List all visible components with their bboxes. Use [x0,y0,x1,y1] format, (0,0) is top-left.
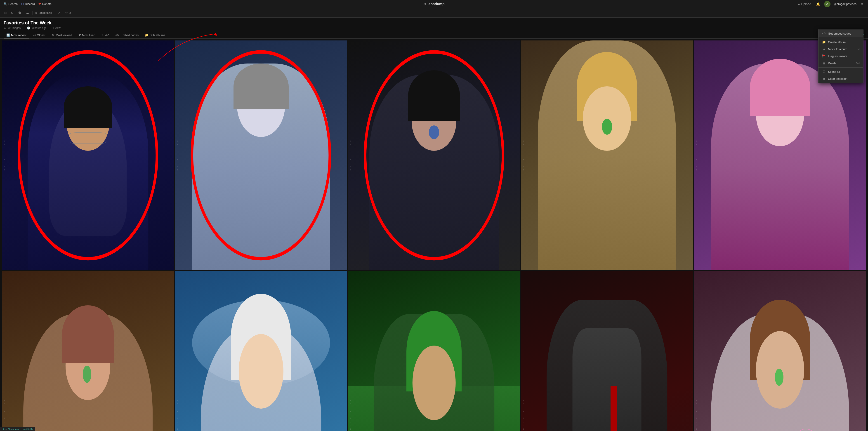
check-btn-3[interactable]: ☑ [447,42,451,46]
transfer-btn-4[interactable]: ⇄ [599,42,602,46]
tab-most-recent[interactable]: 🔄 Most recent [4,32,29,38]
gallery-item-4[interactable]: EVIL CLUB 🖼 ⇄ ✏ 🚩 ☑ [521,40,693,270]
image-btn-7[interactable]: 🖼 [250,272,254,277]
edit-btn-1[interactable]: ✏ [89,42,92,46]
like-btn-3[interactable]: ♡ [436,265,438,269]
transfer-btn-1[interactable]: ⇄ [83,42,87,46]
gallery-item-8[interactable]: EVIL CLUB 🗑 🖼 ⇄ ✏ 🚩 ☑ [348,271,520,431]
edit-btn-6[interactable]: ✏ [89,272,92,277]
edit-btn-2[interactable]: ✏ [262,42,266,46]
menu-item-move-album[interactable]: ➡ Move to album M [818,45,863,53]
username-label: @erogakipatches [834,2,857,6]
menu-item-clear-selection[interactable]: ✖ Clear selection [818,75,863,82]
check-btn-7[interactable]: ☑ [274,272,278,277]
logo[interactable]: ⊙ lensdump [423,2,445,6]
transfer-btn-8[interactable]: ⇄ [429,272,433,277]
check-btn-8[interactable]: ☑ [447,272,451,277]
gallery-item-9[interactable]: EVIL CLUB 🗑 🖼 ⇄ ✏ 🚩 ☑ [521,271,693,431]
flag-btn-6[interactable]: 🚩 [94,272,99,277]
avatar[interactable]: A [824,1,831,7]
like-btn-2[interactable]: ♡ [263,265,266,269]
watermark-9: EVIL CLUB [523,271,525,431]
flag-btn-1[interactable]: 🚩 [94,42,99,46]
flag-btn-7[interactable]: 🚩 [268,272,272,277]
delete-btn-9[interactable]: 🗑 [590,272,594,277]
check-btn-6[interactable]: ☑ [101,272,105,277]
flag-btn-8[interactable]: 🚩 [440,272,445,277]
heart-icon: ♡ [65,11,68,15]
notifications-button[interactable]: 🔔 [815,1,821,7]
delete-btn-7[interactable]: 🗑 [244,272,248,277]
heart-icon: ❤ [38,2,41,6]
delete-btn-1[interactable]: 🗑 [71,42,75,46]
flag-btn-9[interactable]: 🚩 [614,272,618,277]
gallery-item-10[interactable]: EVIL CLUB [694,271,866,431]
tab-embed[interactable]: </> Embed codes [113,32,141,38]
transfer-btn-6[interactable]: ⇄ [83,272,87,277]
tool-refresh-button[interactable]: ↻ [10,10,14,16]
gallery-item-2[interactable]: EVIL CLUB 🗑 🖼 ⇄ ✏ 🚩 ☑ ↗ ♡ [175,40,347,270]
tab-most-viewed[interactable]: 👁 Most viewed [49,32,75,38]
tab-most-liked[interactable]: ❤ Most liked [76,32,98,38]
edit-btn-3[interactable]: ✏ [435,42,438,46]
share-btn-1[interactable]: ↗ [84,265,86,269]
gallery-item-3[interactable]: EVIL CLUB 🗑 🖼 ⇄ ✏ 🚩 ☑ ↗ ♡ [348,40,520,270]
flag-btn-4[interactable]: 🚩 [611,42,615,46]
menu-item-embed[interactable]: </> Get embed codes [818,30,863,37]
transfer-btn-9[interactable]: ⇄ [602,272,606,277]
menu-item-create-album[interactable]: 📁 Create album [818,39,863,45]
tool-upload-button[interactable]: ☁ [25,10,30,16]
watermark-6: EVIL CLUB [4,271,6,431]
flag-btn-3[interactable]: 🚩 [440,42,445,46]
menu-item-delete[interactable]: 🗑 Delete Del [818,60,863,67]
image-btn-8[interactable]: 🖼 [423,272,427,277]
image-btn-9[interactable]: 🖼 [596,272,600,277]
like-btn-1[interactable]: ♡ [90,265,93,269]
transfer-btn-3[interactable]: ⇄ [429,42,433,46]
share-btn-2[interactable]: ↗ [256,265,259,269]
tool-copy-button[interactable]: ⎘ [4,10,7,16]
transfer-btn-2[interactable]: ⇄ [256,42,260,46]
check-btn-9[interactable]: ☑ [620,272,624,277]
search-icon: 🔍 [4,2,7,6]
randomizer-button[interactable]: ⚄ Upload Randomizer [33,11,54,15]
share-btn-3[interactable]: ↗ [429,265,432,269]
edit-btn-9[interactable]: ✏ [608,272,611,277]
delete-btn-8[interactable]: 🗑 [417,272,421,277]
delete-btn-2[interactable]: 🗑 [244,42,248,46]
image-btn-3[interactable]: 🖼 [423,42,427,46]
edit-btn-4[interactable]: ✏ [605,42,608,46]
tab-oldest[interactable]: ⏮ Oldest [30,32,48,38]
transfer-btn-7[interactable]: ⇄ [256,272,260,277]
delete-btn-3[interactable]: 🗑 [417,42,421,46]
image-btn-4[interactable]: 🖼 [593,42,597,46]
discord-link[interactable]: ⬡ Discord [21,2,35,6]
upload-button[interactable]: ☁ Upload [796,1,812,7]
menu-item-move-album-label: Move to album [828,48,847,51]
menu-item-select-all[interactable]: ☑ Select all [818,68,863,75]
image-btn-6[interactable]: 🖼 [77,272,81,277]
image-btn-2[interactable]: 🖼 [250,42,254,46]
gallery-item-1[interactable]: EVIL CLUB 🗑 🖼 ⇄ ✏ 🚩 ☑ ↗ ♡ [2,40,174,270]
tool-delete-button[interactable]: 🗑 [17,10,22,16]
edit-btn-7[interactable]: ✏ [262,272,266,277]
like-button[interactable]: ♡ 0 [64,10,72,16]
delete-btn-6[interactable]: 🗑 [71,272,75,277]
gallery-item-6[interactable]: EVIL CLUB 🗑 🖼 ⇄ ✏ 🚩 ☑ [2,271,174,431]
tab-subalbums[interactable]: 📁 Sub albums [142,32,168,38]
donate-link[interactable]: ❤ Donate [38,2,52,6]
search-link[interactable]: 🔍 Search [4,2,18,6]
share-button[interactable]: ↗ [57,10,61,16]
check-btn-4[interactable]: ☑ [617,42,621,46]
tab-az[interactable]: ⇅ AZ [99,32,112,38]
watermark-2: EVIL CLUB [177,40,179,270]
check-btn-1[interactable]: ☑ [101,42,105,46]
image-btn-1[interactable]: 🖼 [77,42,81,46]
flag-btn-2[interactable]: 🚩 [268,42,272,46]
check-btn-2[interactable]: ☑ [274,42,278,46]
settings-button[interactable]: ⚙ [860,1,864,7]
edit-btn-8[interactable]: ✏ [435,272,438,277]
like-count: 0 [69,11,71,15]
menu-item-flag[interactable]: 🚩 Flag as unsafe [818,53,863,60]
gallery-item-7[interactable]: EVIL CLUB 🗑 🖼 ⇄ ✏ 🚩 ☑ [175,271,347,431]
